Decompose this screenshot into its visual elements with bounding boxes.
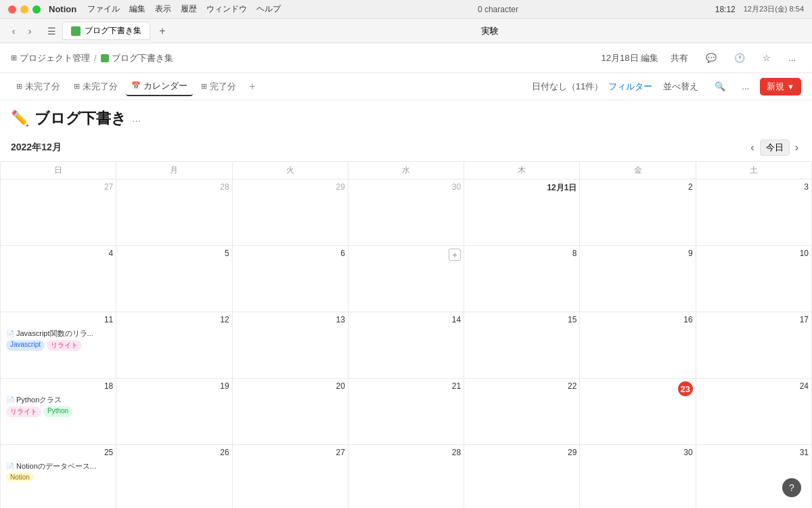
cal-cell-29-dec[interactable]: 29	[464, 445, 580, 509]
cal-cell-13[interactable]: 13	[232, 312, 348, 379]
breadcrumb-item-blog[interactable]: ブログ下書き集	[101, 52, 173, 64]
cal-cell-25[interactable]: 25 📄 Notionのデータベース... Notion	[1, 445, 116, 509]
back-button[interactable]: ‹	[7, 24, 20, 38]
cal-cell-21[interactable]: 21	[348, 379, 464, 445]
filter-button[interactable]: フィルター	[608, 81, 652, 93]
comments-button[interactable]: 💬	[700, 51, 722, 64]
date-num: 21	[351, 381, 461, 391]
tag-rewrite: リライト	[47, 340, 82, 351]
tab-calendar[interactable]: 📅 カレンダー	[126, 77, 193, 96]
cal-cell-7[interactable]: 7 +	[348, 246, 464, 312]
date-num: 8	[467, 249, 577, 258]
date-num: 22	[467, 381, 577, 391]
cal-cell-8[interactable]: 8	[464, 246, 580, 312]
new-tab-button[interactable]: +	[154, 23, 171, 39]
cal-cell-17[interactable]: 17	[696, 312, 811, 379]
calendar-table: 日 月 火 水 木 金 土 27 28 29	[0, 161, 812, 508]
event-python[interactable]: 📄 Pythonクラス リライト Python	[3, 394, 113, 419]
cal-cell-15[interactable]: 15	[464, 312, 580, 379]
sidebar-toggle[interactable]: ☰	[45, 24, 58, 38]
favorite-button[interactable]: ☆	[757, 51, 776, 64]
page-title-more[interactable]: ...	[132, 112, 141, 125]
cal-cell-14[interactable]: 14	[348, 312, 464, 379]
tag-notion: Notion	[6, 473, 34, 482]
date-num: 29	[235, 182, 345, 192]
cal-cell-5[interactable]: 5	[116, 246, 232, 312]
date-num: 28	[351, 448, 461, 457]
dow-sat: 土	[696, 162, 811, 179]
date-num: 15	[467, 315, 577, 324]
cal-cell-29-nov[interactable]: 29	[232, 179, 348, 246]
date-num: 17	[699, 315, 809, 324]
cal-cell-30-nov[interactable]: 30	[348, 179, 464, 246]
cal-cell-30-dec[interactable]: 30	[580, 445, 696, 509]
add-view-button[interactable]: +	[244, 79, 261, 95]
cal-cell-26[interactable]: 26	[116, 445, 232, 509]
more-options-button[interactable]: ...	[783, 51, 801, 64]
add-event-button[interactable]: +	[449, 249, 461, 261]
date-num: 9	[583, 249, 692, 258]
tab-uncomplete[interactable]: ⊞ 未完了分	[11, 78, 66, 96]
system-date: 12月23日(金) 8:54	[744, 4, 804, 14]
date-num-today: 23	[583, 381, 692, 396]
browser-tab[interactable]: ブログ下書き集	[62, 22, 150, 40]
cal-cell-12[interactable]: 12	[116, 312, 232, 379]
menu-view[interactable]: 表示	[155, 3, 171, 15]
history-button[interactable]: 🕐	[729, 51, 750, 64]
tab-title: ブログ下書き集	[85, 25, 141, 37]
header-actions: 12月18日 編集 共有 💬 🕐 ☆ ...	[602, 51, 801, 66]
date-num: 28	[119, 182, 229, 192]
date-num: 7	[351, 249, 461, 258]
cal-cell-19[interactable]: 19	[116, 379, 232, 445]
cal-cell-18[interactable]: 18 📄 Pythonクラス リライト Python	[1, 379, 116, 445]
event-notion[interactable]: 📄 Notionのデータベース... Notion	[3, 460, 113, 483]
fullscreen-button[interactable]	[32, 5, 41, 14]
date-num: 31	[699, 448, 809, 457]
cal-cell-4[interactable]: 4	[1, 246, 116, 312]
search-button[interactable]: 🔍	[709, 80, 731, 93]
menu-help[interactable]: ヘルプ	[256, 3, 281, 15]
breadcrumb-item-project[interactable]: ⊞ プロジェクト管理	[11, 52, 90, 64]
cal-cell-9[interactable]: 9	[580, 246, 696, 312]
cal-cell-3-dec[interactable]: 3	[696, 179, 811, 246]
cal-cell-20[interactable]: 20	[232, 379, 348, 445]
minimize-button[interactable]	[20, 5, 28, 14]
cal-cell-10[interactable]: 10	[696, 246, 811, 312]
more-views-button[interactable]: ...	[736, 80, 754, 93]
cal-cell-11[interactable]: 11 📄 Javascript関数のリラ... Javascript リライト	[1, 312, 116, 379]
menu-file[interactable]: ファイル	[87, 3, 120, 15]
cal-cell-27-nov[interactable]: 27	[1, 179, 116, 246]
help-button[interactable]: ?	[782, 478, 801, 497]
next-month-button[interactable]: ›	[792, 140, 801, 155]
event-javascript[interactable]: 📄 Javascript関数のリラ... Javascript リライト	[3, 327, 113, 352]
cal-cell-28-dec[interactable]: 28	[348, 445, 464, 509]
menu-history[interactable]: 履歴	[181, 3, 197, 15]
cal-cell-2-dec[interactable]: 2	[580, 179, 696, 246]
cal-cell-31-dec[interactable]: 31	[696, 445, 811, 509]
today-button[interactable]: 今日	[760, 140, 790, 156]
cal-cell-6[interactable]: 6	[232, 246, 348, 312]
new-entry-button[interactable]: 新規 ▼	[760, 78, 801, 96]
close-button[interactable]	[8, 5, 16, 14]
cal-cell-28-nov[interactable]: 28	[116, 179, 232, 246]
cal-cell-16[interactable]: 16	[580, 312, 696, 379]
menu-edit[interactable]: 編集	[129, 3, 145, 15]
cal-cell-24[interactable]: 24	[696, 379, 811, 445]
date-num: 16	[583, 315, 692, 324]
tag-javascript: Javascript	[6, 340, 45, 351]
prev-month-button[interactable]: ‹	[748, 140, 757, 155]
calendar-month: 2022年12月	[11, 142, 62, 154]
dow-fri: 金	[580, 162, 696, 179]
cal-cell-23-today[interactable]: 23	[580, 379, 696, 445]
menu-window[interactable]: ウィンドウ	[206, 3, 247, 15]
event-title: 📄 Javascript関数のリラ...	[6, 329, 110, 339]
sort-button[interactable]: 並べ替え	[658, 79, 704, 94]
tab-complete[interactable]: ⊞ 完了分	[196, 78, 242, 96]
title-bar: Notion ファイル 編集 表示 履歴 ウィンドウ ヘルプ 0 charact…	[0, 0, 812, 19]
share-button[interactable]: 共有	[665, 51, 694, 66]
forward-button[interactable]: ›	[23, 24, 37, 38]
tab-inprogress[interactable]: ⊞ 未完了分	[68, 78, 123, 96]
cal-cell-22[interactable]: 22	[464, 379, 580, 445]
cal-cell-27-dec[interactable]: 27	[232, 445, 348, 509]
cal-cell-1-dec[interactable]: 12月1日	[464, 179, 580, 246]
